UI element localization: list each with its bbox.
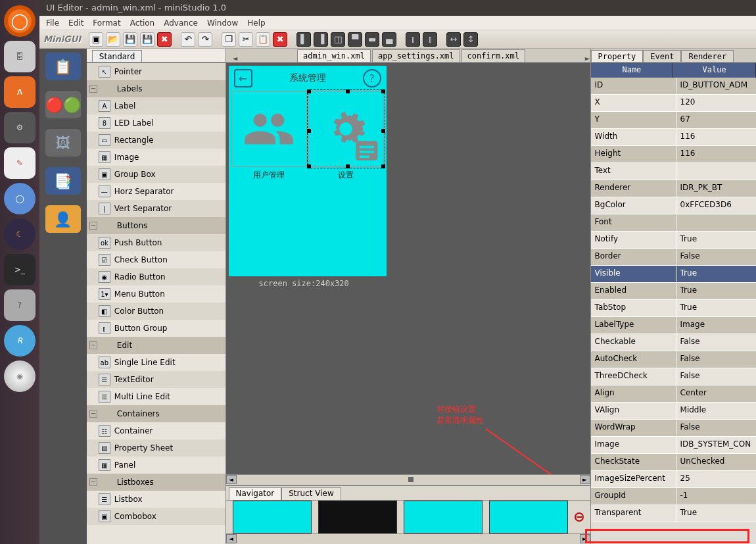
property-row[interactable]: AlignCenter (591, 385, 756, 403)
nav-tab[interactable]: Struct View (281, 487, 341, 500)
palette-item[interactable]: ☰Multi Line Edit (87, 388, 225, 405)
canvas-hscroll[interactable]: ◄ ► (226, 474, 590, 485)
expand-icon[interactable]: − (89, 341, 97, 349)
prop-value[interactable]: False (676, 368, 756, 385)
align-left-icon[interactable]: ▌ (296, 32, 311, 47)
open-icon[interactable]: 📂 (106, 32, 120, 47)
prop-value[interactable]: 25 (676, 471, 756, 487)
clipboard-icon[interactable]: 📋 (45, 53, 81, 80)
align-right-icon[interactable]: ▐ (314, 32, 328, 47)
scroll-right-icon[interactable]: ► (580, 475, 590, 484)
thumb[interactable] (318, 501, 397, 533)
property-row[interactable]: Width116 (591, 129, 756, 146)
close-icon[interactable]: ✖ (157, 32, 172, 47)
nav-hscroll[interactable]: ◄ ► (226, 533, 590, 544)
expand-icon[interactable]: − (89, 478, 97, 486)
palette-item[interactable]: ☷Container (87, 422, 225, 439)
prop-value[interactable]: ID_BUTTON_ADM (676, 78, 756, 94)
settings-icon[interactable]: ⚙ (4, 112, 35, 143)
eclipse-icon[interactable]: ☾ (4, 218, 35, 250)
property-row[interactable]: BorderFalse (591, 249, 756, 266)
property-row[interactable]: ImageIDB_SYSTEM_CON (591, 437, 756, 454)
prop-value[interactable]: False (676, 334, 756, 351)
property-row[interactable]: CheckStateUnChecked (591, 454, 756, 471)
menu-file[interactable]: File (46, 18, 59, 28)
paste-icon[interactable]: 📋 (256, 32, 270, 47)
palette-item[interactable]: ▣Group Box (87, 166, 225, 183)
property-row[interactable]: Text (591, 163, 756, 180)
image-icon[interactable]: 🖼 (45, 129, 81, 157)
files-icon[interactable]: 🗄 (4, 41, 35, 72)
palette-category[interactable]: −Containers (87, 405, 225, 422)
palette-item[interactable]: ▣Combobox (87, 508, 225, 525)
palette-item[interactable]: ▦Panel (87, 457, 225, 474)
cut-icon[interactable]: ✂ (239, 32, 253, 47)
property-row[interactable]: Height116 (591, 146, 756, 163)
prop-value[interactable]: UnChecked (676, 454, 756, 470)
prop-value[interactable]: 116 (676, 129, 756, 145)
property-row[interactable]: LabelTypeImage (591, 317, 756, 334)
prop-tab-property[interactable]: Property (591, 50, 644, 62)
editor-tab[interactable]: admin_win.xml (297, 49, 371, 62)
ubuntu-dash-icon[interactable]: ◯ (4, 5, 35, 37)
palette-item[interactable]: 1▾Menu Button (87, 285, 225, 303)
palette-item[interactable]: ☰TextEditor (87, 371, 225, 388)
new-icon[interactable]: ▣ (89, 32, 103, 47)
property-row[interactable]: VisibleTrue (591, 266, 756, 283)
property-row[interactable]: Y67 (591, 112, 756, 129)
property-row[interactable]: TransparentTrue (591, 505, 756, 522)
palette-item[interactable]: ⫿Button Group (87, 320, 225, 337)
scroll-right-icon[interactable]: ► (580, 534, 590, 543)
prop-value[interactable]: True (676, 283, 756, 299)
align-top-icon[interactable]: ▀ (348, 32, 362, 47)
palette-item[interactable]: |Vert Separator (87, 200, 225, 217)
thumb[interactable] (489, 501, 568, 533)
help-icon[interactable]: ? (363, 69, 381, 87)
scroll-left-icon[interactable]: ◄ (226, 534, 237, 543)
property-row[interactable]: AutoCheckFalse (591, 351, 756, 368)
delete-icon[interactable]: ✖ (273, 32, 287, 47)
palette-item[interactable]: ▤Property Sheet (87, 439, 225, 457)
design-canvas[interactable]: ← 系统管理 ? (226, 63, 590, 474)
dist-v-icon[interactable]: ⫿ (423, 32, 437, 47)
prop-value[interactable]: True (676, 505, 756, 522)
prop-value[interactable]: False (676, 420, 756, 436)
software-icon[interactable]: A (4, 76, 35, 108)
palette-item[interactable]: ◧Color Button (87, 303, 225, 320)
thumb[interactable] (233, 501, 312, 533)
undo-icon[interactable]: ↶ (181, 32, 195, 47)
menu-format[interactable]: Format (93, 18, 120, 28)
editor-tab[interactable]: app_settings.xml (372, 49, 460, 62)
prop-value[interactable]: IDR_PK_BT (676, 180, 756, 197)
notes-icon[interactable]: ✎ (4, 147, 35, 179)
prop-value[interactable] (676, 214, 756, 231)
editor-tab[interactable]: confirm.xml (461, 49, 525, 62)
prop-value[interactable]: 116 (676, 146, 756, 162)
prop-value[interactable]: True (676, 300, 756, 316)
palette-category[interactable]: −Edit (87, 337, 225, 354)
same-width-icon[interactable]: ↔ (446, 32, 461, 47)
property-row[interactable]: CheckableFalse (591, 334, 756, 351)
property-row[interactable]: ImageSizePercent25 (591, 471, 756, 488)
palette-item[interactable]: ▭Rectangle (87, 132, 225, 149)
nav-tab[interactable]: Navigator (229, 487, 282, 500)
slides-icon[interactable]: 📑 (45, 167, 81, 195)
palette-item[interactable]: —Horz Separator (87, 183, 225, 200)
property-row[interactable]: IDID_BUTTON_ADM (591, 78, 756, 95)
menu-advance[interactable]: Advance (164, 18, 198, 28)
menu-action[interactable]: Action (130, 18, 155, 28)
align-vcenter-icon[interactable]: ▬ (365, 32, 379, 47)
property-row[interactable]: VAlignMiddle (591, 403, 756, 420)
prop-value[interactable]: IDB_SYSTEM_CON (676, 437, 756, 453)
property-row[interactable]: GroupId-1 (591, 488, 756, 505)
expand-icon[interactable]: − (89, 85, 97, 93)
expand-icon[interactable]: − (89, 410, 97, 418)
prop-value[interactable]: 120 (676, 95, 756, 111)
prop-value[interactable]: Image (676, 317, 756, 334)
prop-value[interactable]: True (676, 232, 756, 248)
dist-h-icon[interactable]: ⫿ (406, 32, 420, 47)
copy-icon[interactable]: ❐ (222, 32, 236, 47)
property-row[interactable]: WordWrapFalse (591, 420, 756, 437)
rstudio-icon[interactable]: R (4, 325, 35, 357)
terminal-icon[interactable]: >_ (4, 254, 35, 285)
